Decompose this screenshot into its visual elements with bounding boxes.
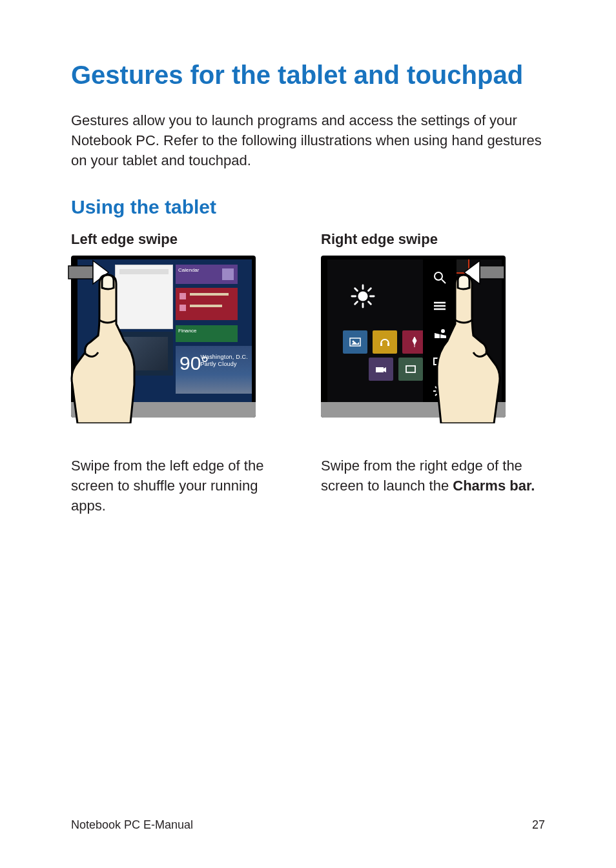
bullet-icon <box>180 293 186 299</box>
left-gesture-description: Swipe from the left edge of the screen t… <box>71 456 295 516</box>
footer-doc-title: Notebook PC E-Manual <box>71 818 193 832</box>
right-gesture-title: Right edge swipe <box>321 231 545 248</box>
svg-line-8 <box>369 302 371 305</box>
right-gesture-description: Swipe from the right edge of the screen … <box>321 456 545 496</box>
weather-tile: 90° Washington, D.C. Partly Cloudy <box>176 346 252 394</box>
left-column: Left edge swipe Calendar <box>71 231 295 516</box>
intro-paragraph: Gestures allow you to launch programs an… <box>71 111 545 170</box>
svg-rect-14 <box>387 343 389 346</box>
right-edge-swipe-illustration <box>321 256 506 418</box>
weather-condition: Partly Cloudy <box>201 361 248 368</box>
desc-bold: Charms bar. <box>453 478 535 494</box>
svg-line-10 <box>355 302 358 305</box>
hand-swipe-left-icon <box>406 256 509 423</box>
page-footer: Notebook PC E-Manual 27 <box>71 818 545 832</box>
bullet-icon <box>180 305 186 311</box>
svg-point-2 <box>358 292 367 301</box>
brightness-icon <box>351 284 375 308</box>
tile-label: Finance <box>178 328 196 334</box>
calendar-tile: Calendar <box>176 265 238 284</box>
left-gesture-title: Left edge swipe <box>71 231 295 248</box>
svg-rect-15 <box>376 367 384 372</box>
gesture-columns: Left edge swipe Calendar <box>71 231 545 516</box>
svg-line-7 <box>355 288 358 291</box>
svg-marker-16 <box>384 367 386 372</box>
news-line <box>190 293 229 296</box>
weather-location: Washington, D.C. <box>201 354 248 361</box>
section-title: Using the tablet <box>71 196 545 218</box>
svg-rect-13 <box>380 343 382 346</box>
right-column: Right edge swipe <box>321 231 545 516</box>
calendar-icon <box>222 268 234 280</box>
weather-details: Washington, D.C. Partly Cloudy <box>201 354 248 368</box>
news-line <box>190 305 222 307</box>
left-edge-swipe-illustration: Calendar Finance <box>71 256 256 418</box>
photos-tile-icon <box>343 330 367 354</box>
page-title: Gestures for the tablet and touchpad <box>71 58 545 92</box>
hand-swipe-right-icon <box>62 256 165 423</box>
finance-tile: Finance <box>176 325 238 342</box>
tile-label: Calendar <box>178 267 199 273</box>
news-tile <box>176 288 238 320</box>
svg-rect-37 <box>480 266 504 279</box>
camera-tile-icon <box>369 358 393 381</box>
svg-rect-0 <box>68 266 93 279</box>
headphones-tile-icon <box>373 330 397 354</box>
svg-line-9 <box>369 288 371 291</box>
footer-page-number: 27 <box>532 818 545 832</box>
